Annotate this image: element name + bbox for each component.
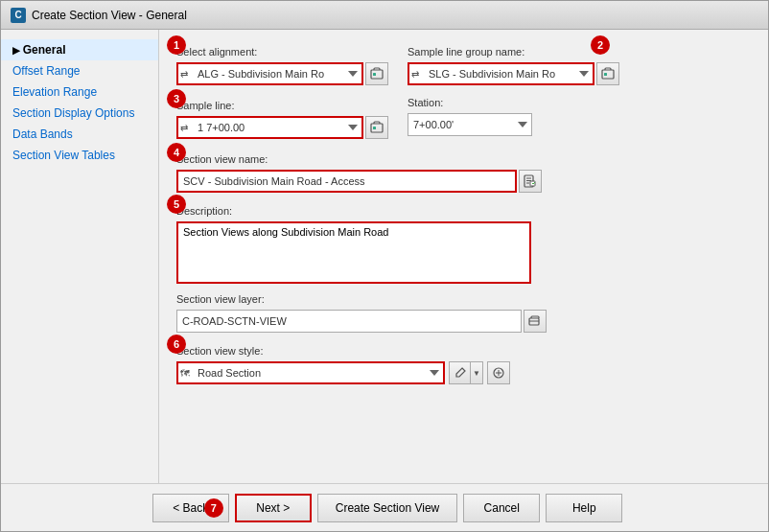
badge-3: 3 [167,89,186,108]
main-panel: 1 Select alignment: ⇄ ALG - Subdivision … [159,30,768,483]
sidebar-item-section-view-tables[interactable]: Section View Tables [1,145,158,166]
style-browse-button[interactable] [487,361,510,384]
row-sample-line: 3 Sample line: ⇄ 1 7+00.00 [176,97,751,139]
sample-line-group-browse-button[interactable] [596,62,619,85]
alignment-browse-button[interactable] [365,62,388,85]
svg-rect-3 [604,73,607,76]
sample-line-select[interactable]: 1 7+00.00 [176,116,363,139]
style-row: 🗺 Road Section ▼ [176,361,510,384]
group-section-view-name: 4 Section view name: [176,150,542,193]
svg-rect-1 [373,73,376,76]
section-view-name-button[interactable] [519,170,542,193]
sidebar-item-offset-range[interactable]: Offset Range [1,60,158,81]
badge-7: 7 [204,498,223,518]
group-sample-line-group: 2 Sample line group name: ⇄ SLG - Subdiv… [408,43,619,85]
sidebar-item-data-bands[interactable]: Data Bands [1,124,158,145]
badge-2: 2 [591,35,610,55]
layer-input-row [176,310,547,333]
sidebar-item-general[interactable]: General [1,39,158,60]
row-description: 5 Description: Section Views along Subdi… [176,202,751,284]
app-icon: C [11,8,26,23]
row-section-view-layer: Section view layer: [176,293,751,333]
sample-line-input-row: ⇄ 1 7+00.00 [176,116,388,139]
section-view-layer-label: Section view layer: [176,293,547,305]
content-area: General Offset Range Elevation Range Sec… [1,30,768,483]
sample-line-group-select-wrap: ⇄ SLG - Subdivision Main Ro [408,62,594,85]
group-section-view-layer: Section view layer: [176,293,547,333]
footer: 7 < Back Next > Create Section View Canc… [1,483,768,531]
style-select-wrap: 🗺 Road Section [176,361,445,384]
row-section-view-style: 6 Section view style: 🗺 Road Section [176,342,751,384]
section-view-layer-input[interactable] [176,310,522,333]
sidebar-item-section-display-options[interactable]: Section Display Options [1,103,158,124]
section-view-name-input-row [176,170,542,193]
section-view-name-input[interactable] [176,170,517,193]
badge-6: 6 [167,335,186,354]
badge-1: 1 [167,35,186,55]
description-label: Description: [176,205,531,217]
station-label: Station: [408,97,532,108]
alignment-input-row: ⇄ ALG - Subdivision Main Ro [176,62,388,85]
sidebar: General Offset Range Elevation Range Sec… [1,30,159,483]
description-textarea[interactable]: Section Views along Subdivision Main Roa… [176,221,531,284]
alignment-select[interactable]: ALG - Subdivision Main Ro [176,62,363,85]
row-alignment: 1 Select alignment: ⇄ ALG - Subdivision … [176,43,751,85]
group-description: 5 Description: Section Views along Subdi… [176,202,531,284]
sample-line-select-wrap: ⇄ 1 7+00.00 [176,116,363,139]
section-view-style-label: Section view style: [176,345,510,357]
row-section-view-name: 4 Section view name: [176,150,751,193]
style-edit-dropdown[interactable]: ▼ [470,361,483,384]
section-view-style-select[interactable]: Road Section [176,361,445,384]
group-sample-line: 3 Sample line: ⇄ 1 7+00.00 [176,97,388,139]
group-alignment: 1 Select alignment: ⇄ ALG - Subdivision … [176,43,388,85]
layer-browse-button[interactable] [524,310,547,333]
station-select[interactable]: 7+00.00' [408,113,532,136]
sample-line-label: Sample line: [176,100,388,111]
svg-rect-0 [371,70,383,79]
create-section-view-button[interactable]: Create Section View [317,494,458,522]
badge-4: 4 [167,143,186,162]
cancel-button[interactable]: Cancel [463,494,540,522]
style-edit-button[interactable]: ▼ [449,361,483,384]
next-button[interactable]: Next > [235,494,312,522]
sample-line-group-select[interactable]: SLG - Subdivision Main Ro [408,62,594,85]
svg-rect-5 [373,127,376,129]
svg-rect-4 [371,124,383,132]
title-bar: C Create Section View - General [1,1,768,30]
alignment-label: Select alignment: [176,46,388,58]
group-section-view-style: 6 Section view style: 🗺 Road Section [176,342,510,384]
window-title: Create Section View - General [32,9,187,22]
main-window: C Create Section View - General General … [0,0,769,532]
badge-5: 5 [167,195,186,214]
alignment-select-wrap: ⇄ ALG - Subdivision Main Ro [176,62,363,85]
sample-line-group-input-row: ⇄ SLG - Subdivision Main Ro [408,62,619,85]
section-view-name-label: Section view name: [176,153,542,165]
svg-rect-2 [602,70,614,79]
sample-line-group-label: Sample line group name: [408,46,619,58]
style-edit-left[interactable] [449,361,470,384]
help-button[interactable]: Help [546,494,622,522]
sidebar-item-elevation-range[interactable]: Elevation Range [1,81,158,103]
sample-line-browse-button[interactable] [365,116,388,139]
group-station: Station: 7+00.00' [408,97,532,136]
